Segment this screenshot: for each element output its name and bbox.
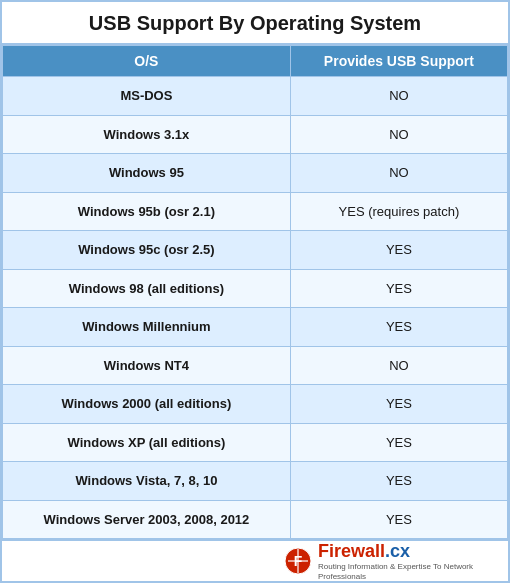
usb-cell: YES	[290, 308, 507, 347]
table-row: Windows NT4NO	[3, 346, 508, 385]
usb-table: O/S Provides USB Support MS-DOSNOWindows…	[2, 45, 508, 539]
table-row: Windows Vista, 7, 8, 10YES	[3, 462, 508, 501]
os-cell: Windows XP (all editions)	[3, 423, 291, 462]
usb-cell: YES	[290, 423, 507, 462]
usb-cell: NO	[290, 154, 507, 193]
table-row: Windows 95b (osr 2.1)YES (requires patch…	[3, 192, 508, 231]
logo-name-cx: .cx	[385, 541, 410, 562]
footer: F Firewall.cx Routing Information & Expe…	[2, 539, 508, 581]
os-cell: Windows 3.1x	[3, 115, 291, 154]
firewall-logo-icon: F	[284, 547, 312, 575]
os-cell: MS-DOS	[3, 77, 291, 116]
os-cell: Windows Server 2003, 2008, 2012	[3, 500, 291, 539]
os-cell: Windows 95c (osr 2.5)	[3, 231, 291, 270]
usb-cell: YES	[290, 385, 507, 424]
table-row: Windows Server 2003, 2008, 2012YES	[3, 500, 508, 539]
logo-tagline: Routing Information & Expertise To Netwo…	[318, 562, 498, 581]
os-cell: Windows 95	[3, 154, 291, 193]
os-cell: Windows 98 (all editions)	[3, 269, 291, 308]
table-row: Windows 2000 (all editions)YES	[3, 385, 508, 424]
usb-cell: YES	[290, 500, 507, 539]
logo-text-stack: Firewall.cx Routing Information & Expert…	[318, 541, 498, 581]
col-header-usb: Provides USB Support	[290, 46, 507, 77]
usb-cell: YES	[290, 231, 507, 270]
table-row: Windows XP (all editions)YES	[3, 423, 508, 462]
usb-cell: YES	[290, 462, 507, 501]
table-row: Windows MillenniumYES	[3, 308, 508, 347]
table-row: Windows 98 (all editions)YES	[3, 269, 508, 308]
usb-cell: NO	[290, 346, 507, 385]
os-cell: Windows NT4	[3, 346, 291, 385]
table-row: Windows 95NO	[3, 154, 508, 193]
logo-area: F Firewall.cx Routing Information & Expe…	[284, 541, 498, 581]
page-title: USB Support By Operating System	[2, 2, 508, 45]
os-cell: Windows Millennium	[3, 308, 291, 347]
os-cell: Windows 2000 (all editions)	[3, 385, 291, 424]
table-row: Windows 3.1xNO	[3, 115, 508, 154]
usb-cell: YES (requires patch)	[290, 192, 507, 231]
main-container: USB Support By Operating System O/S Prov…	[0, 0, 510, 583]
table-row: Windows 95c (osr 2.5)YES	[3, 231, 508, 270]
usb-cell: NO	[290, 77, 507, 116]
usb-cell: NO	[290, 115, 507, 154]
logo-name-main: Firewall	[318, 541, 385, 562]
usb-cell: YES	[290, 269, 507, 308]
col-header-os: O/S	[3, 46, 291, 77]
os-cell: Windows Vista, 7, 8, 10	[3, 462, 291, 501]
table-row: MS-DOSNO	[3, 77, 508, 116]
os-cell: Windows 95b (osr 2.1)	[3, 192, 291, 231]
